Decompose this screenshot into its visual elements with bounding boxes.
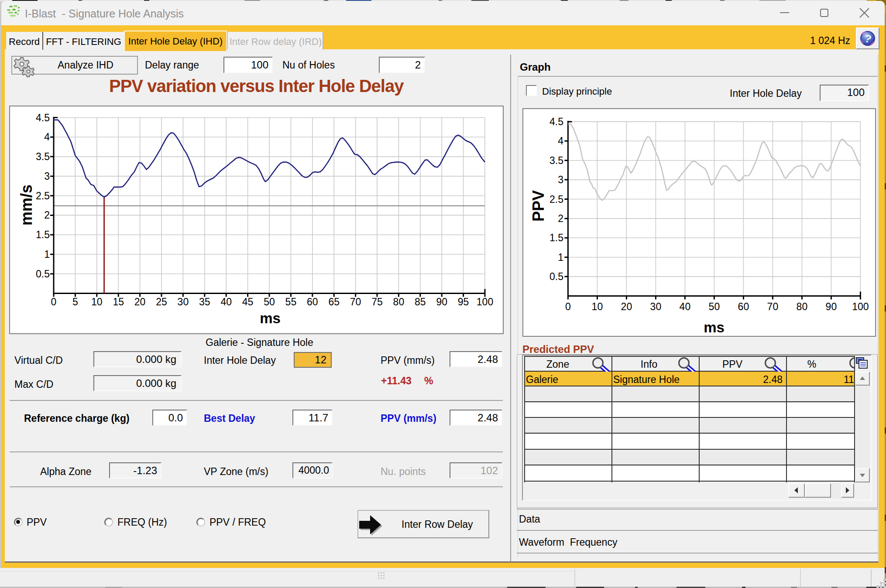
svg-text:4: 4	[44, 131, 50, 143]
svg-text:4.5: 4.5	[549, 116, 563, 127]
svg-text:1.5: 1.5	[549, 232, 563, 243]
svg-text:3.5: 3.5	[549, 155, 563, 166]
svg-text:50: 50	[709, 301, 720, 312]
svg-text:60: 60	[307, 296, 318, 308]
svg-text:ms: ms	[260, 310, 281, 326]
svg-text:85: 85	[415, 296, 426, 308]
svg-text:100: 100	[852, 301, 869, 312]
svg-text:30: 30	[650, 301, 662, 312]
svg-text:60: 60	[738, 301, 749, 312]
svg-text:10: 10	[592, 301, 603, 312]
svg-text:ms: ms	[704, 319, 725, 335]
svg-text:70: 70	[350, 296, 361, 308]
svg-text:0: 0	[565, 301, 571, 312]
svg-text:2: 2	[558, 213, 563, 224]
svg-text:15: 15	[113, 296, 124, 308]
svg-text:2.5: 2.5	[36, 190, 50, 202]
svg-text:1: 1	[44, 249, 50, 260]
svg-text:2: 2	[44, 209, 50, 221]
svg-text:0.5: 0.5	[549, 271, 563, 282]
svg-text:1.5: 1.5	[36, 229, 50, 240]
svg-text:50: 50	[264, 296, 275, 308]
svg-text:95: 95	[458, 296, 469, 308]
svg-text:40: 40	[680, 301, 691, 312]
svg-text:75: 75	[371, 296, 383, 308]
svg-text:20: 20	[134, 296, 146, 308]
svg-text:80: 80	[797, 301, 808, 312]
svg-text:0: 0	[51, 296, 57, 308]
svg-text:3: 3	[44, 171, 50, 182]
svg-text:10: 10	[91, 296, 103, 308]
svg-text:mm/s: mm/s	[17, 185, 35, 226]
svg-text:PPV: PPV	[529, 190, 547, 222]
svg-text:70: 70	[767, 301, 779, 312]
svg-text:0.5: 0.5	[36, 268, 50, 280]
svg-text:100: 100	[477, 296, 493, 308]
svg-text:4: 4	[558, 135, 563, 147]
svg-text:2.5: 2.5	[549, 194, 563, 205]
svg-text:55: 55	[285, 296, 297, 308]
svg-text:90: 90	[436, 296, 447, 308]
svg-text:4.5: 4.5	[36, 112, 50, 123]
svg-text:45: 45	[242, 296, 254, 308]
svg-text:1: 1	[558, 252, 563, 263]
svg-text:35: 35	[199, 296, 210, 308]
svg-text:20: 20	[621, 301, 632, 312]
svg-text:30: 30	[178, 296, 189, 308]
svg-text:3.5: 3.5	[36, 151, 50, 162]
svg-text:80: 80	[393, 296, 405, 308]
svg-text:65: 65	[328, 296, 340, 308]
svg-text:5: 5	[72, 296, 78, 308]
svg-text:25: 25	[156, 296, 167, 308]
svg-text:90: 90	[826, 301, 837, 312]
svg-text:3: 3	[558, 174, 563, 185]
svg-text:40: 40	[220, 296, 232, 308]
